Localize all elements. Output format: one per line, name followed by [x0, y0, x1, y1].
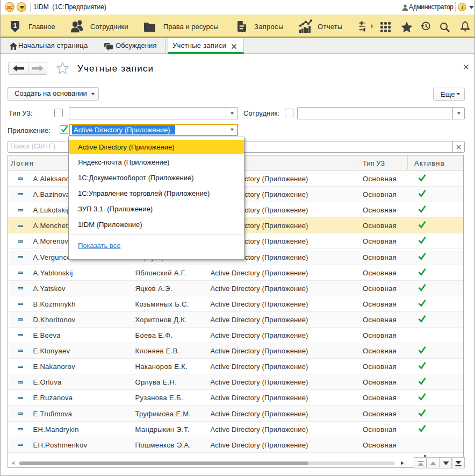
- svg-text:1: 1: [13, 22, 17, 30]
